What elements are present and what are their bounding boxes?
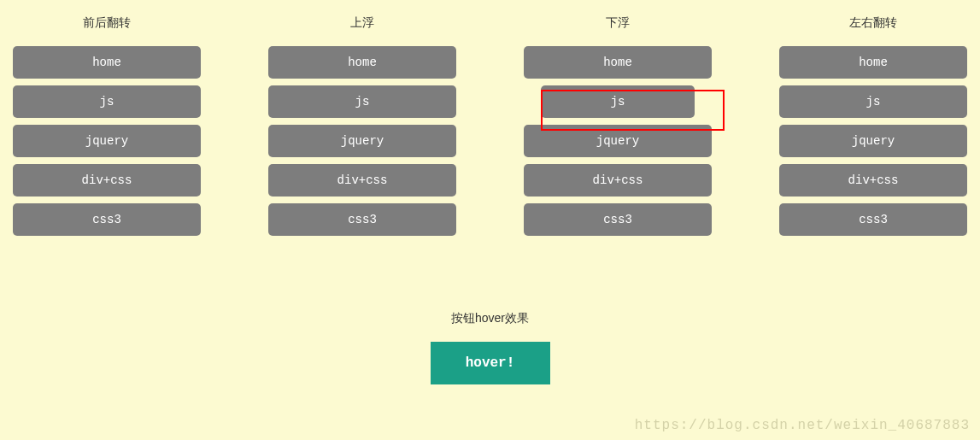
menu-item-js[interactable]: js bbox=[268, 85, 456, 118]
menu-item-css3[interactable]: css3 bbox=[268, 203, 456, 236]
menu-item-divcss[interactable]: div+css bbox=[779, 164, 967, 197]
menu-item-js[interactable]: js bbox=[541, 85, 695, 118]
column-float-up: 上浮 home js jquery div+css css3 bbox=[268, 9, 456, 243]
menu-item-divcss[interactable]: div+css bbox=[524, 164, 712, 197]
menu-item-css3[interactable]: css3 bbox=[13, 203, 201, 236]
column-title: 下浮 bbox=[524, 15, 712, 31]
menu-item-jquery[interactable]: jquery bbox=[13, 125, 201, 157]
menu-item-divcss[interactable]: div+css bbox=[13, 164, 201, 197]
menu-item-home[interactable]: home bbox=[268, 46, 456, 79]
menu-item-css3[interactable]: css3 bbox=[524, 203, 712, 236]
column-flip-front-back: 前后翻转 home js jquery div+css css3 bbox=[13, 9, 201, 243]
column-float-down: 下浮 home js jquery div+css css3 bbox=[524, 9, 712, 243]
bottom-title: 按钮hover效果 bbox=[0, 311, 980, 326]
column-title: 前后翻转 bbox=[13, 15, 201, 31]
menu-item-js[interactable]: js bbox=[779, 85, 967, 118]
menu-item-home[interactable]: home bbox=[779, 46, 967, 79]
menu-item-divcss[interactable]: div+css bbox=[268, 164, 456, 197]
menu-item-home[interactable]: home bbox=[524, 46, 712, 79]
columns-container: 前后翻转 home js jquery div+css css3 上浮 home… bbox=[0, 0, 980, 243]
column-title: 左右翻转 bbox=[779, 15, 967, 31]
column-title: 上浮 bbox=[268, 15, 456, 31]
menu-item-css3[interactable]: css3 bbox=[779, 203, 967, 236]
menu-item-jquery[interactable]: jquery bbox=[524, 125, 712, 157]
bottom-section: 按钮hover效果 hover! bbox=[0, 311, 980, 384]
hover-button[interactable]: hover! bbox=[431, 342, 550, 384]
watermark: https://blog.csdn.net/weixin_40687883 bbox=[635, 418, 970, 433]
menu-item-js[interactable]: js bbox=[13, 85, 201, 118]
menu-item-jquery[interactable]: jquery bbox=[779, 125, 967, 157]
column-flip-left-right: 左右翻转 home js jquery div+css css3 bbox=[779, 9, 967, 243]
menu-item-jquery[interactable]: jquery bbox=[268, 125, 456, 157]
menu-item-home[interactable]: home bbox=[13, 46, 201, 79]
